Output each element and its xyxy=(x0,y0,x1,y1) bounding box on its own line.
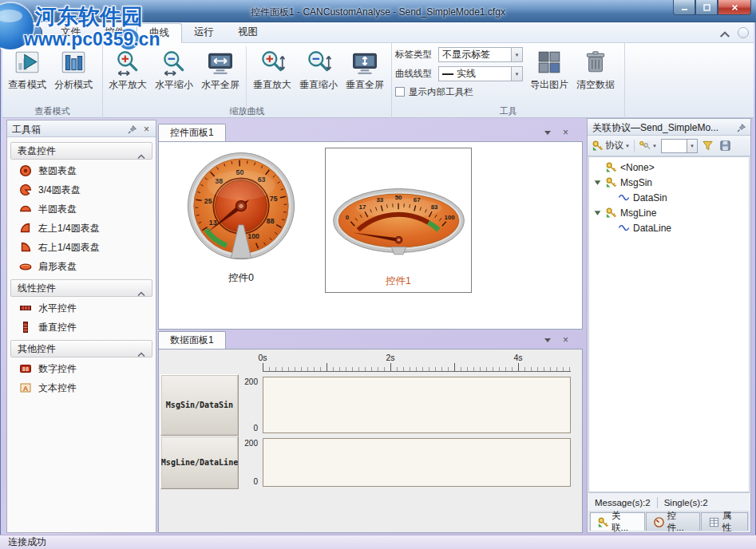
control-panel-tabbar: 控件面板1 × xyxy=(158,124,583,141)
signal-icon xyxy=(618,222,630,234)
group-divider xyxy=(246,46,247,109)
digital-number-icon: 88 xyxy=(19,362,32,375)
key-icon xyxy=(592,140,604,152)
show-inner-toolbar-checkbox[interactable]: 显示内部工具栏 xyxy=(395,85,523,99)
ribbon-button-export-image[interactable]: 导出图片 xyxy=(526,45,572,104)
ribbon-button-analyze-mode[interactable]: 分析模式 xyxy=(50,45,97,104)
tab-control-panel[interactable]: 控件面板1 xyxy=(158,124,226,141)
zoom-in-vertical-icon xyxy=(259,49,286,76)
ribbon-button-zoom-out-horizontal[interactable]: 水平缩小 xyxy=(151,45,197,104)
ribbon-button-zoom-in-vertical[interactable]: 垂直放大 xyxy=(249,45,295,104)
svg-text:50: 50 xyxy=(395,194,402,201)
panel-close-button[interactable]: × xyxy=(560,334,572,346)
line-style-value: 实线 xyxy=(457,67,476,81)
svg-text:0: 0 xyxy=(346,214,350,221)
analyze-mode-icon xyxy=(60,49,87,76)
chevron-down-icon: ▼ xyxy=(511,67,522,81)
filter-button[interactable] xyxy=(700,138,715,154)
ribbon-corner-button[interactable] xyxy=(738,27,749,38)
ribbon-button-fullscreen-horizontal[interactable]: 水平全屏 xyxy=(197,45,243,104)
ribbon-button-zoom-out-vertical[interactable]: 垂直缩小 xyxy=(295,45,342,104)
key-icon xyxy=(597,516,609,528)
tree-item[interactable]: MsgSin xyxy=(589,175,749,190)
panel-tab-0[interactable]: 关联... xyxy=(590,512,645,531)
pin-button[interactable] xyxy=(735,121,747,133)
row-header-button[interactable]: MsgLine/DataLine xyxy=(160,436,239,489)
gauge-control-1-selected[interactable]: 01733506783100 控件1 xyxy=(325,148,472,293)
ribbon-tab-2[interactable]: 曲线 xyxy=(137,23,182,43)
ribbon-group-view-mode: 查看模式分析模式 查看模式 xyxy=(2,43,103,118)
row-header-button[interactable]: MsgSin/DataSin xyxy=(160,374,239,436)
ribbon-group-label: 查看模式 xyxy=(2,105,102,117)
panel-close-button[interactable]: × xyxy=(560,127,572,138)
toolbox-item[interactable]: 扁形表盘 xyxy=(10,257,153,276)
data-row: MsgLine/DataLine2000 xyxy=(159,436,582,489)
chevron-down-icon xyxy=(544,338,551,342)
ribbon-button-fullscreen-vertical[interactable]: 垂直全屏 xyxy=(342,45,388,104)
svg-text:75: 75 xyxy=(270,195,278,203)
expander-icon[interactable] xyxy=(593,208,602,217)
messages-count: Message(s):2 xyxy=(595,498,651,508)
ribbon-button-clear-data[interactable]: 清空数据 xyxy=(572,45,619,104)
label-tag-type: 标签类型 xyxy=(395,49,438,61)
ribbon-tab-0[interactable]: 文件 xyxy=(49,22,93,43)
panel-menu-button[interactable] xyxy=(541,334,553,346)
ribbon-tab-1[interactable]: 控件 xyxy=(93,22,137,43)
tab-data-panel[interactable]: 数据面板1 xyxy=(158,331,226,349)
chevron-up-icon xyxy=(137,286,145,291)
toolbox-section-header[interactable]: 线性控件 xyxy=(10,279,152,297)
pin-button[interactable] xyxy=(126,123,138,135)
titlebar: 控件面板1 - CANCustomAnalyse - Send_SimpleMo… xyxy=(0,0,756,22)
toolbox-item[interactable]: 水平控件 xyxy=(10,298,153,318)
ribbon-tab-4[interactable]: 视图 xyxy=(226,22,270,43)
line-style-select[interactable]: 实线 ▼ xyxy=(438,66,523,81)
ribbon-tab-3[interactable]: 运行 xyxy=(182,22,226,43)
tag-type-select[interactable]: 不显示标签 ▼ xyxy=(438,47,523,62)
clear-data-icon xyxy=(582,49,609,76)
tag-type-value: 不显示标签 xyxy=(442,48,490,61)
ribbon-button-view-mode[interactable]: 查看模式 xyxy=(4,45,50,104)
tree-item[interactable]: MsgLine xyxy=(589,205,749,220)
toolbox-item[interactable]: 右上1/4圆表盘 xyxy=(10,238,153,257)
keys-dropdown-button[interactable]: ▼ xyxy=(637,138,659,154)
close-icon xyxy=(730,3,739,12)
key-icon xyxy=(605,161,617,173)
tree-item[interactable]: <None> xyxy=(589,160,749,175)
collapse-ribbon-button[interactable] xyxy=(718,28,731,38)
save-button[interactable] xyxy=(718,138,733,154)
panel-tab-2[interactable]: 属性 xyxy=(701,512,748,531)
close-panel-button[interactable]: × xyxy=(141,123,152,135)
toolbox-item[interactable]: A文本控件 xyxy=(10,378,153,397)
ribbon-button-zoom-in-horizontal[interactable]: 水平放大 xyxy=(105,45,151,104)
toolbox-section-header[interactable]: 其他控件 xyxy=(10,340,152,357)
expander-icon[interactable] xyxy=(593,178,602,187)
checkbox-box[interactable] xyxy=(395,87,405,97)
panel-tab-1[interactable]: 控件... xyxy=(646,512,701,531)
gauge-control-0[interactable]: 13253850637588100 控件0 xyxy=(181,148,301,285)
application-window: 控件面板1 - CANCustomAnalyse - Send_SimpleMo… xyxy=(0,0,756,549)
tree-item[interactable]: DataLine xyxy=(589,220,749,235)
protocol-panel: 关联协议—Send_SimpleMo... 协议 ▼ ▼ ▼ xyxy=(587,118,751,533)
solid-line-icon xyxy=(442,73,453,75)
toolbox-item[interactable]: 垂直控件 xyxy=(10,318,153,337)
toolbox-item[interactable]: 88数字控件 xyxy=(10,359,153,378)
svg-text:17: 17 xyxy=(359,203,366,211)
maximize-button[interactable] xyxy=(695,0,718,15)
status-separator xyxy=(657,497,658,508)
protocol-dropdown-button[interactable]: 协议 ▼ xyxy=(590,138,631,154)
close-button[interactable] xyxy=(718,0,751,15)
application-menu-button[interactable] xyxy=(12,25,42,41)
toolbox-item[interactable]: 3/4圆表盘 xyxy=(10,180,153,199)
toolbox-item[interactable]: 左上1/4圆表盘 xyxy=(10,219,153,238)
toolbox-item[interactable]: 半圆表盘 xyxy=(10,199,153,219)
toolbox-item[interactable]: 整圆表盘 xyxy=(10,161,153,180)
minimize-button[interactable] xyxy=(673,0,695,15)
dial-icon xyxy=(653,516,665,528)
gauge-label: 控件1 xyxy=(326,274,471,288)
ribbon-group-label: 缩放曲线 xyxy=(103,105,391,117)
three-quarter-dial-icon xyxy=(19,184,32,196)
panel-menu-button[interactable] xyxy=(541,127,553,138)
toolbox-section-header[interactable]: 表盘控件 xyxy=(10,142,152,160)
tree-item[interactable]: DataSin xyxy=(589,190,749,205)
protocol-filter-combobox[interactable]: ▼ xyxy=(661,139,698,153)
